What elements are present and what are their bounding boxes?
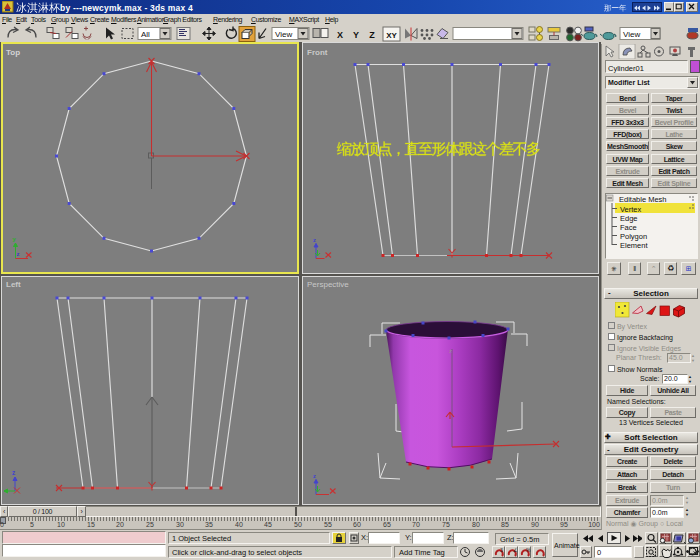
svg-text:Polygon: Polygon [620, 232, 647, 241]
svg-text:Z: Z [369, 30, 375, 40]
svg-text:z: z [313, 473, 316, 479]
svg-text:Edge: Edge [620, 214, 638, 223]
svg-text:z: z [449, 348, 452, 354]
svg-text:Top: Top [6, 48, 20, 57]
svg-text:X: X [337, 30, 343, 40]
svg-text:Y: Y [353, 30, 359, 40]
svg-text:Face: Face [620, 223, 637, 232]
svg-text:Left: Left [6, 280, 21, 289]
svg-text:Element: Element [620, 241, 648, 250]
svg-text:Front: Front [307, 48, 328, 57]
svg-text:Vertex: Vertex [620, 205, 642, 214]
svg-text:y: y [13, 236, 17, 242]
svg-text:View: View [275, 30, 292, 39]
svg-text:All: All [141, 30, 150, 39]
svg-text:Editable Mesh: Editable Mesh [619, 195, 667, 204]
svg-text:z: z [313, 237, 316, 243]
svg-text:Perspective: Perspective [307, 280, 349, 289]
svg-text:View: View [623, 30, 640, 39]
svg-text:XY: XY [386, 31, 397, 40]
svg-text:z: z [12, 469, 16, 476]
svg-text:z: z [17, 251, 20, 257]
